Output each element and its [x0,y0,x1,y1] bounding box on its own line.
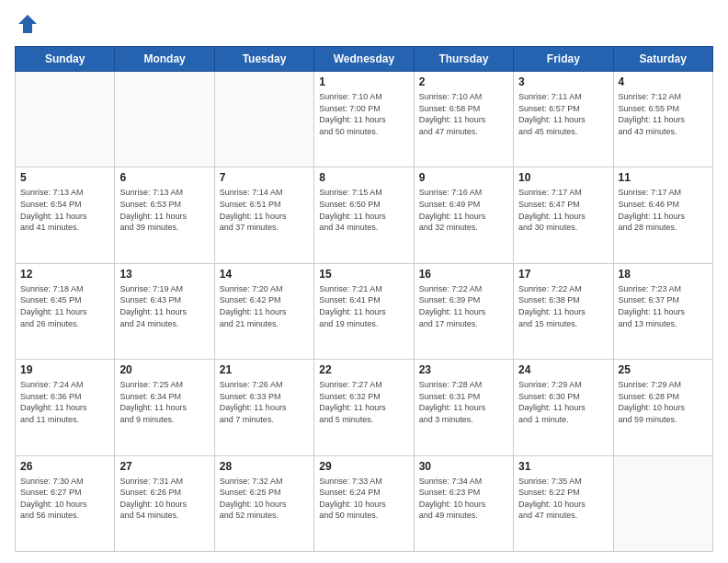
day-info: Sunrise: 7:23 AM Sunset: 6:37 PM Dayligh… [619,283,708,329]
day-cell: 17Sunrise: 7:22 AM Sunset: 6:38 PM Dayli… [514,263,613,359]
weekday-header-monday: Monday [115,47,214,72]
week-row-2: 12Sunrise: 7:18 AM Sunset: 6:45 PM Dayli… [16,263,713,359]
day-number: 18 [619,268,708,281]
calendar-table: SundayMondayTuesdayWednesdayThursdayFrid… [15,46,713,552]
day-cell: 16Sunrise: 7:22 AM Sunset: 6:39 PM Dayli… [414,263,513,359]
day-info: Sunrise: 7:24 AM Sunset: 6:36 PM Dayligh… [20,379,109,425]
day-cell: 12Sunrise: 7:18 AM Sunset: 6:45 PM Dayli… [16,263,115,359]
day-cell: 4Sunrise: 7:12 AM Sunset: 6:55 PM Daylig… [613,72,712,167]
day-number: 27 [119,460,209,473]
day-cell: 28Sunrise: 7:32 AM Sunset: 6:25 PM Dayli… [214,455,313,551]
day-number: 24 [518,363,608,376]
day-number: 1 [319,75,408,88]
day-number: 13 [119,268,209,281]
day-cell [16,72,115,167]
day-info: Sunrise: 7:35 AM Sunset: 6:22 PM Dayligh… [518,476,608,522]
day-info: Sunrise: 7:13 AM Sunset: 6:54 PM Dayligh… [20,187,109,233]
week-row-0: 1Sunrise: 7:10 AM Sunset: 7:00 PM Daylig… [16,72,713,167]
day-cell: 29Sunrise: 7:33 AM Sunset: 6:24 PM Dayli… [314,455,414,551]
day-cell: 9Sunrise: 7:16 AM Sunset: 6:49 PM Daylig… [414,167,513,263]
day-number: 14 [220,268,309,281]
weekday-row: SundayMondayTuesdayWednesdayThursdayFrid… [16,47,713,72]
day-info: Sunrise: 7:20 AM Sunset: 6:42 PM Dayligh… [220,283,309,329]
day-info: Sunrise: 7:22 AM Sunset: 6:39 PM Dayligh… [419,283,508,329]
calendar-header: SundayMondayTuesdayWednesdayThursdayFrid… [16,47,713,72]
day-cell: 27Sunrise: 7:31 AM Sunset: 6:26 PM Dayli… [115,455,214,551]
week-row-3: 19Sunrise: 7:24 AM Sunset: 6:36 PM Dayli… [16,360,713,455]
day-number: 29 [319,460,408,473]
day-info: Sunrise: 7:21 AM Sunset: 6:41 PM Dayligh… [319,283,408,329]
day-cell: 19Sunrise: 7:24 AM Sunset: 6:36 PM Dayli… [16,360,115,455]
day-number: 26 [20,460,109,473]
day-info: Sunrise: 7:33 AM Sunset: 6:24 PM Dayligh… [319,476,408,522]
day-number: 20 [119,363,209,376]
day-cell: 1Sunrise: 7:10 AM Sunset: 7:00 PM Daylig… [314,72,414,167]
day-number: 16 [419,268,508,281]
day-info: Sunrise: 7:34 AM Sunset: 6:23 PM Dayligh… [419,476,508,522]
day-cell: 10Sunrise: 7:17 AM Sunset: 6:47 PM Dayli… [514,167,613,263]
day-number: 25 [619,363,708,376]
day-cell: 30Sunrise: 7:34 AM Sunset: 6:23 PM Dayli… [414,455,513,551]
day-info: Sunrise: 7:29 AM Sunset: 6:30 PM Dayligh… [518,379,608,425]
week-row-1: 5Sunrise: 7:13 AM Sunset: 6:54 PM Daylig… [16,167,713,263]
day-cell: 8Sunrise: 7:15 AM Sunset: 6:50 PM Daylig… [314,167,414,263]
day-info: Sunrise: 7:10 AM Sunset: 6:58 PM Dayligh… [419,91,508,137]
day-number: 23 [419,363,508,376]
day-number: 12 [20,268,109,281]
day-info: Sunrise: 7:18 AM Sunset: 6:45 PM Dayligh… [20,283,109,329]
day-cell: 23Sunrise: 7:28 AM Sunset: 6:31 PM Dayli… [414,360,513,455]
day-number: 10 [518,171,608,184]
day-number: 6 [119,171,209,184]
day-number: 21 [220,363,309,376]
day-number: 22 [319,363,408,376]
day-cell: 3Sunrise: 7:11 AM Sunset: 6:57 PM Daylig… [514,72,613,167]
day-info: Sunrise: 7:22 AM Sunset: 6:38 PM Dayligh… [518,283,608,329]
day-cell: 22Sunrise: 7:27 AM Sunset: 6:32 PM Dayli… [314,360,414,455]
week-row-4: 26Sunrise: 7:30 AM Sunset: 6:27 PM Dayli… [16,455,713,551]
day-cell: 15Sunrise: 7:21 AM Sunset: 6:41 PM Dayli… [314,263,414,359]
day-info: Sunrise: 7:30 AM Sunset: 6:27 PM Dayligh… [20,476,109,522]
weekday-header-saturday: Saturday [613,47,712,72]
day-info: Sunrise: 7:12 AM Sunset: 6:55 PM Dayligh… [619,91,708,137]
logo [15,11,44,37]
header [15,11,713,37]
day-info: Sunrise: 7:29 AM Sunset: 6:28 PM Dayligh… [619,379,708,425]
day-cell: 14Sunrise: 7:20 AM Sunset: 6:42 PM Dayli… [214,263,313,359]
day-number: 3 [518,75,608,88]
day-cell: 20Sunrise: 7:25 AM Sunset: 6:34 PM Dayli… [115,360,214,455]
day-info: Sunrise: 7:14 AM Sunset: 6:51 PM Dayligh… [220,187,309,233]
day-cell: 2Sunrise: 7:10 AM Sunset: 6:58 PM Daylig… [414,72,513,167]
day-cell [115,72,214,167]
day-cell: 6Sunrise: 7:13 AM Sunset: 6:53 PM Daylig… [115,167,214,263]
day-cell: 26Sunrise: 7:30 AM Sunset: 6:27 PM Dayli… [16,455,115,551]
day-number: 19 [20,363,109,376]
day-info: Sunrise: 7:32 AM Sunset: 6:25 PM Dayligh… [220,476,309,522]
page: SundayMondayTuesdayWednesdayThursdayFrid… [0,0,728,563]
day-cell [613,455,712,551]
day-cell [214,72,313,167]
day-info: Sunrise: 7:31 AM Sunset: 6:26 PM Dayligh… [119,476,209,522]
day-number: 17 [518,268,608,281]
day-cell: 31Sunrise: 7:35 AM Sunset: 6:22 PM Dayli… [514,455,613,551]
day-number: 5 [20,171,109,184]
day-cell: 7Sunrise: 7:14 AM Sunset: 6:51 PM Daylig… [214,167,313,263]
day-number: 31 [518,460,608,473]
day-cell: 13Sunrise: 7:19 AM Sunset: 6:43 PM Dayli… [115,263,214,359]
day-cell: 21Sunrise: 7:26 AM Sunset: 6:33 PM Dayli… [214,360,313,455]
day-number: 7 [220,171,309,184]
calendar-body: 1Sunrise: 7:10 AM Sunset: 7:00 PM Daylig… [16,72,713,552]
day-cell: 11Sunrise: 7:17 AM Sunset: 6:46 PM Dayli… [613,167,712,263]
day-info: Sunrise: 7:13 AM Sunset: 6:53 PM Dayligh… [119,187,209,233]
day-number: 15 [319,268,408,281]
weekday-header-tuesday: Tuesday [214,47,313,72]
day-number: 8 [319,171,408,184]
day-cell: 25Sunrise: 7:29 AM Sunset: 6:28 PM Dayli… [613,360,712,455]
day-info: Sunrise: 7:28 AM Sunset: 6:31 PM Dayligh… [419,379,508,425]
day-cell: 5Sunrise: 7:13 AM Sunset: 6:54 PM Daylig… [16,167,115,263]
day-info: Sunrise: 7:16 AM Sunset: 6:49 PM Dayligh… [419,187,508,233]
day-info: Sunrise: 7:25 AM Sunset: 6:34 PM Dayligh… [119,379,209,425]
weekday-header-friday: Friday [514,47,613,72]
day-info: Sunrise: 7:17 AM Sunset: 6:46 PM Dayligh… [619,187,708,233]
day-number: 28 [220,460,309,473]
day-number: 9 [419,171,508,184]
